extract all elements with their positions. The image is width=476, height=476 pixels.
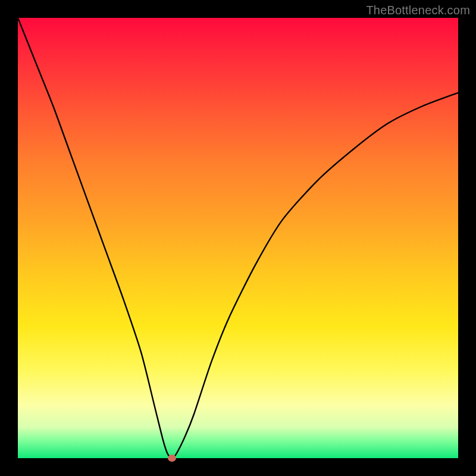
bottleneck-curve-svg bbox=[18, 18, 458, 458]
watermark-text: TheBottleneck.com bbox=[366, 4, 470, 17]
chart-frame: TheBottleneck.com bbox=[0, 0, 476, 476]
bottleneck-curve-path bbox=[18, 18, 458, 458]
plot-area bbox=[18, 18, 458, 458]
optimum-marker bbox=[168, 455, 176, 462]
